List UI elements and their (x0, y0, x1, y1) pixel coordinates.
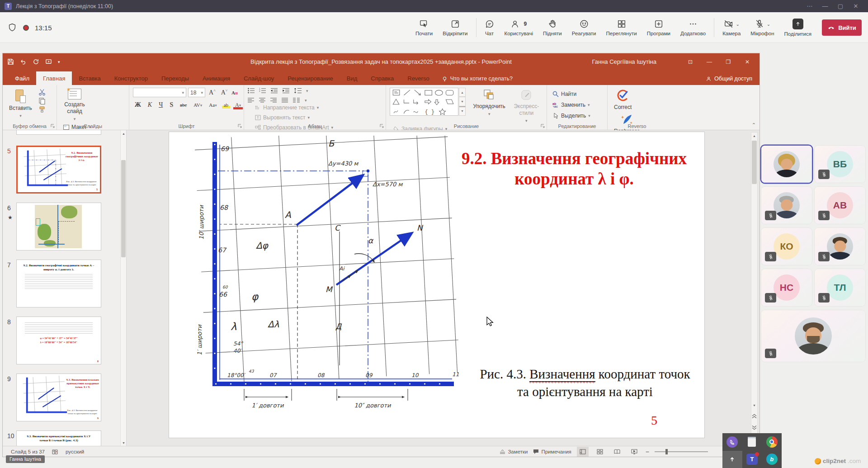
participant-tile[interactable]: НС (761, 269, 812, 306)
tab-help[interactable]: Справка (364, 71, 401, 85)
tab-reverso[interactable]: Reverso (401, 71, 436, 85)
save-icon[interactable] (7, 58, 14, 65)
participants-button[interactable]: 9 Користувачі (500, 19, 538, 36)
next-slide-button[interactable] (751, 423, 757, 433)
quick-styles-button[interactable]: Экспресс-стили▾ (510, 88, 542, 124)
editor-scroll-up-icon[interactable]: ▲ (751, 132, 757, 139)
italic-button[interactable]: К (146, 100, 154, 109)
share-access-button[interactable]: Общий доступ (698, 72, 760, 85)
editor-scroll-thumb[interactable] (752, 141, 757, 184)
tab-review[interactable]: Рецензирование (281, 71, 340, 85)
columns-icon[interactable] (293, 98, 300, 103)
char-spacing-button[interactable]: AV▾ (192, 101, 204, 109)
show-hidden-icons-button[interactable] (722, 451, 742, 468)
thumbnail-scrollbar[interactable]: ▲ ▼ (120, 130, 126, 446)
underline-button[interactable]: Ч (157, 100, 165, 109)
clipboard-dialog-launcher-icon[interactable] (51, 124, 55, 128)
chat-button[interactable]: Чат (480, 19, 500, 36)
figure-caption[interactable]: Рис. 4.3. Визначення координат точокта о… (462, 365, 708, 401)
paragraph-dialog-launcher-icon[interactable] (380, 124, 384, 128)
undo-icon[interactable] (20, 58, 27, 65)
align-left-icon[interactable] (248, 98, 255, 103)
select-button[interactable]: Выделить▾ (552, 112, 591, 119)
previous-slide-button[interactable] (751, 411, 757, 421)
bing-browser-icon[interactable]: b (762, 451, 782, 468)
zoom-out-button[interactable]: − (646, 448, 649, 455)
cut-icon[interactable] (38, 89, 46, 96)
new-slide-button[interactable]: ✷ Создать слайд▾ (61, 88, 89, 123)
find-button[interactable]: Найти (552, 90, 591, 98)
ppt-minimize-icon[interactable]: — (700, 53, 719, 70)
redo-icon[interactable] (33, 58, 39, 65)
browser-icon[interactable] (762, 433, 782, 451)
thumbnail-slide-9[interactable]: 9.3. Визначення плоских прямокутних коор… (16, 373, 101, 421)
slide-canvas[interactable]: Б 69 68 67 60 66 10′ широти 1′ широти А … (169, 132, 704, 438)
align-center-icon[interactable] (259, 98, 266, 103)
text-direction-button[interactable]: Направление текста▾ (254, 104, 334, 111)
thumbnail-slide-8[interactable]: φ = 54°41′00″ + 37″ = 54°41′37″λ = 18°00… (16, 317, 101, 364)
justify-icon[interactable] (282, 98, 288, 103)
tab-view[interactable]: Вид (340, 71, 364, 85)
mic-options-chevron-icon[interactable]: ⌄ (767, 22, 770, 27)
thumbnail-slide-5[interactable]: 9.2. Визначення географічних координат λ… (16, 146, 101, 194)
close-icon[interactable]: ✕ (848, 3, 863, 9)
participant-tile-presenter[interactable] (761, 146, 812, 183)
participant-tile[interactable] (815, 228, 865, 265)
collapse-ribbon-icon[interactable]: ⌃ (752, 122, 756, 128)
align-right-icon[interactable] (270, 98, 277, 103)
ribbon-display-options-icon[interactable]: ⊡ (681, 53, 700, 70)
thumb-scroll-thumb[interactable] (121, 160, 126, 257)
participant-tile[interactable]: АВ (815, 187, 865, 224)
camera-options-chevron-icon[interactable]: ⌄ (736, 22, 740, 27)
view-sorter-button[interactable] (594, 447, 606, 457)
comments-toggle[interactable]: Примечания (533, 449, 571, 454)
participant-tile[interactable]: ВБ (815, 146, 865, 183)
unpin-button[interactable]: Відкріпити (438, 19, 472, 36)
minimize-icon[interactable]: — (817, 3, 833, 9)
format-painter-icon[interactable] (38, 106, 46, 113)
arrange-button[interactable]: Упорядочить▾ (470, 88, 508, 118)
font-dialog-launcher-icon[interactable] (238, 124, 242, 128)
share-button[interactable]: Поділитися (779, 19, 816, 37)
font-size-input[interactable]: 18▾ (188, 88, 205, 97)
increase-indent-icon[interactable] (282, 88, 290, 94)
view-reading-button[interactable] (611, 447, 623, 457)
tab-home[interactable]: Главная (36, 71, 72, 85)
numbering-icon[interactable]: 12 (259, 88, 266, 94)
maximize-icon[interactable]: ▢ (833, 3, 848, 9)
titlebar-more-icon[interactable]: ⋯ (802, 3, 817, 9)
editor-scrollbar[interactable]: ▲ ▼ (751, 132, 758, 444)
shapes-gallery[interactable]: { } (390, 88, 458, 116)
thumbnail-slide-4-partial[interactable] (16, 130, 101, 135)
copy-icon[interactable] (38, 97, 46, 104)
teams-app-icon[interactable]: T (742, 451, 762, 468)
highlight-button[interactable]: ab (222, 101, 230, 109)
grow-font-button[interactable]: А˄ (207, 88, 217, 97)
tab-animations[interactable]: Анимация (196, 71, 237, 85)
react-button[interactable]: Реагувати (567, 19, 601, 36)
participant-tile[interactable]: КО (761, 228, 812, 265)
ppt-restore-icon[interactable]: ❐ (719, 53, 738, 70)
qat-customize-chevron-icon[interactable]: ▾ (58, 60, 60, 64)
zoom-slider-handle[interactable] (665, 449, 668, 454)
start-slideshow-icon[interactable] (45, 58, 52, 65)
font-name-input[interactable]: ▾ (133, 88, 186, 97)
ppt-close-icon[interactable]: ✕ (738, 53, 757, 70)
thumb-scroll-down-icon[interactable]: ▼ (121, 440, 127, 446)
replace-button[interactable]: abacЗаменить▾ (552, 101, 591, 109)
apps-button[interactable]: Програми (642, 19, 675, 36)
align-text-button[interactable]: Выровнять текст▾ (254, 114, 334, 121)
view-slideshow-button[interactable] (628, 447, 640, 457)
change-case-button[interactable]: Aa▾ (207, 101, 218, 109)
thumbnail-slide-10[interactable]: 9.3. Визначити прямокутні координати X і… (16, 430, 101, 446)
notes-toggle[interactable]: Заметки (500, 449, 528, 454)
tab-file[interactable]: Файл (8, 71, 36, 85)
proofing-language[interactable]: русский (66, 449, 84, 454)
tab-transitions[interactable]: Переходы (155, 71, 196, 85)
tab-design[interactable]: Конструктор (108, 71, 155, 85)
shrink-font-button[interactable]: А˅ (219, 88, 230, 97)
microphone-button[interactable]: ⌄ Мікрофон (745, 19, 779, 36)
clear-format-icon[interactable]: А (231, 90, 238, 96)
more-actions-button[interactable]: Додатково (675, 19, 711, 36)
strikethrough-button[interactable]: abc (178, 101, 189, 109)
